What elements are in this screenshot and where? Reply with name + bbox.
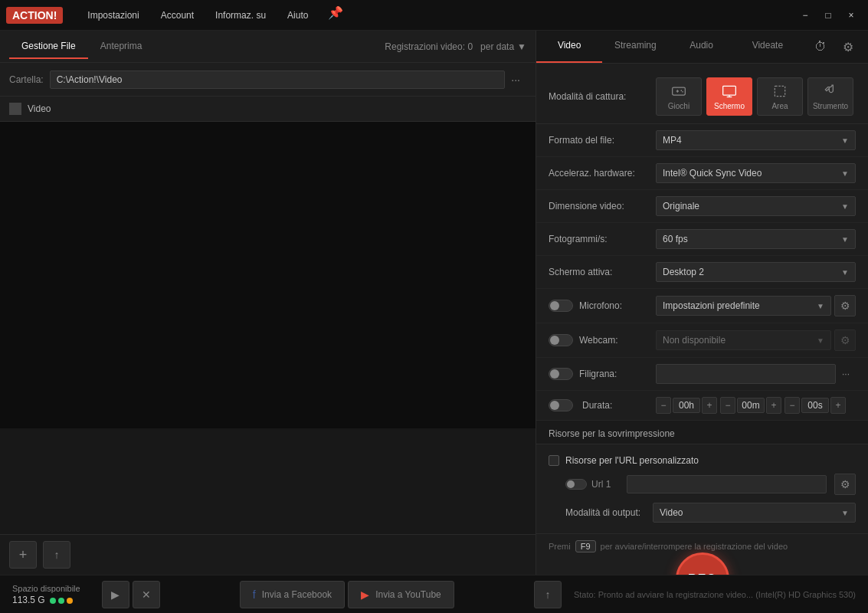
hw-accel-label: Acceleraz. hardware: — [549, 168, 656, 179]
tab-video[interactable]: Video — [536, 31, 602, 63]
titlebar: ACTION! Impostazioni Account Informaz. s… — [0, 0, 868, 31]
nav-help[interactable]: Aiuto — [278, 5, 317, 25]
folder-label: Cartella: — [9, 74, 44, 85]
output-dropdown[interactable]: Video ▼ — [653, 503, 856, 523]
microphone-value: Impostazioni predefinite — [663, 300, 760, 311]
url1-label: Url 1 — [591, 479, 622, 490]
facebook-label: Invia a Facebook — [262, 589, 332, 600]
youtube-button[interactable]: ▶ Invia a YouTube — [348, 581, 454, 608]
rec-next-icon[interactable]: ▶ — [742, 571, 752, 575]
import-button[interactable]: ↑ — [43, 541, 70, 569]
maximize-button[interactable]: □ — [817, 5, 839, 26]
rec-btn-container: ◀ REC ▶ — [549, 552, 856, 575]
tab-videate[interactable]: Videate — [735, 31, 801, 63]
folder-path-input[interactable] — [50, 70, 506, 89]
filigrana-input[interactable] — [656, 364, 836, 384]
add-file-button[interactable]: + — [9, 541, 37, 569]
seconds-increment[interactable]: + — [830, 397, 846, 414]
duration-control: − 00h + − 00m + − 00s + — [656, 397, 856, 414]
screen-icon — [722, 84, 737, 99]
url-resources-checkbox[interactable] — [549, 455, 559, 466]
webcam-toggle-knob — [550, 336, 559, 345]
svg-rect-5 — [723, 86, 736, 95]
screen-arrow-icon: ▼ — [841, 268, 849, 277]
microphone-toggle[interactable] — [549, 300, 573, 312]
capture-mode-schermo[interactable]: Schermo — [706, 77, 752, 116]
folder-browse-button[interactable]: ··· — [505, 70, 526, 89]
output-row: Modalità di output: Video ▼ — [549, 498, 856, 527]
fps-dropdown[interactable]: 60 fps ▼ — [656, 229, 856, 249]
giochi-label: Giochi — [668, 102, 689, 110]
filigrana-more-button[interactable]: ··· — [836, 366, 856, 382]
durata-toggle-knob — [550, 401, 559, 410]
capture-mode-row: Modalità di cattura: Giochi Schermo Area — [536, 70, 868, 124]
facebook-button[interactable]: f Invia a Facebook — [240, 581, 345, 608]
rec-hint: Premi F9 per avviare/interrompere la reg… — [549, 540, 856, 552]
recordings-count: Registrazioni video: 0 — [385, 41, 473, 52]
hw-accel-dropdown[interactable]: Intel® Quick Sync Video ▼ — [656, 163, 856, 183]
hours-value: 00h — [673, 398, 700, 413]
file-format-dropdown[interactable]: MP4 ▼ — [656, 130, 856, 150]
tab-anteprima[interactable]: Anteprima — [88, 34, 155, 59]
microphone-dropdown[interactable]: Impostazioni predefinite ▼ — [656, 296, 831, 316]
right-panel: Video Streaming Audio Videate ⏱ ⚙ Modali… — [536, 31, 868, 575]
screen-label: Schermo attiva: — [549, 267, 656, 277]
video-size-dropdown[interactable]: Originale ▼ — [656, 196, 856, 216]
url-resources-label: Risorse per l'URL personalizzato — [565, 455, 699, 466]
sort-arrow-icon: ▼ — [517, 41, 526, 52]
hours-decrement[interactable]: − — [656, 397, 671, 414]
webcam-dropdown[interactable]: Non disponibile ▼ — [656, 330, 831, 350]
nav-account[interactable]: Account — [152, 5, 203, 25]
overlay-section-header: Risorse per la sovrimpressione — [536, 421, 868, 444]
microphone-settings-button[interactable]: ⚙ — [834, 295, 856, 316]
video-category-label: Video — [28, 103, 51, 114]
url1-settings-button[interactable]: ⚙ — [834, 474, 856, 495]
svg-point-3 — [681, 90, 683, 91]
capture-mode-giochi[interactable]: Giochi — [656, 77, 702, 116]
games-icon — [671, 84, 686, 99]
minutes-spinner: − 00m + — [720, 397, 781, 414]
left-panel: Gestione File Anteprima Registrazioni vi… — [0, 31, 536, 575]
tab-gestione-file[interactable]: Gestione File — [9, 34, 88, 59]
capture-mode-area[interactable]: Area — [757, 77, 803, 116]
filigrana-toggle[interactable] — [549, 368, 573, 380]
main-layout: Gestione File Anteprima Registrazioni vi… — [0, 31, 868, 575]
transport-controls: ▶ ✕ — [102, 581, 160, 608]
stop-button[interactable]: ✕ — [133, 581, 160, 608]
pin-icon[interactable]: 📌 — [328, 5, 343, 25]
minimize-button[interactable]: − — [794, 5, 816, 26]
play-button[interactable]: ▶ — [102, 581, 129, 608]
sort-button[interactable]: per data ▼ — [480, 41, 526, 52]
hours-increment[interactable]: + — [702, 397, 717, 414]
output-value: Video — [660, 507, 683, 518]
rec-prev-icon[interactable]: ◀ — [653, 571, 663, 575]
close-button[interactable]: × — [840, 5, 862, 26]
capture-mode-strumento[interactable]: Strumento — [807, 77, 853, 116]
minutes-decrement[interactable]: − — [720, 397, 735, 414]
webcam-settings-button[interactable]: ⚙ — [834, 329, 856, 351]
timer-icon[interactable]: ⏱ — [807, 31, 834, 63]
rec-button[interactable]: REC — [676, 552, 729, 575]
rec-hint-suffix: per avviare/interrompere la registrazion… — [601, 542, 788, 551]
nav-settings[interactable]: Impostazioni — [78, 5, 148, 25]
capture-options: Giochi Schermo Area Strumento — [656, 77, 853, 116]
video-category[interactable]: Video — [0, 97, 536, 122]
upload-button[interactable]: ↑ — [534, 581, 562, 608]
url1-toggle[interactable] — [565, 479, 587, 490]
url1-input[interactable] — [627, 475, 827, 493]
nav-info[interactable]: Informaz. su — [206, 5, 275, 25]
durata-toggle[interactable] — [549, 399, 573, 411]
settings-icon[interactable]: ⚙ — [834, 31, 862, 63]
minutes-increment[interactable]: + — [766, 397, 781, 414]
tab-streaming[interactable]: Streaming — [602, 31, 668, 63]
filigrana-row: Filigrana: ··· — [536, 358, 868, 391]
minutes-value: 00m — [737, 398, 765, 413]
area-label: Area — [771, 102, 788, 110]
url-section: Risorse per l'URL personalizzato Url 1 ⚙… — [536, 444, 868, 533]
screen-dropdown[interactable]: Desktop 2 ▼ — [656, 262, 856, 282]
seconds-decrement[interactable]: − — [784, 397, 800, 414]
sort-label: per data — [480, 41, 514, 52]
tab-audio[interactable]: Audio — [669, 31, 735, 63]
webcam-toggle[interactable] — [549, 334, 573, 346]
url1-toggle-knob — [567, 480, 575, 488]
